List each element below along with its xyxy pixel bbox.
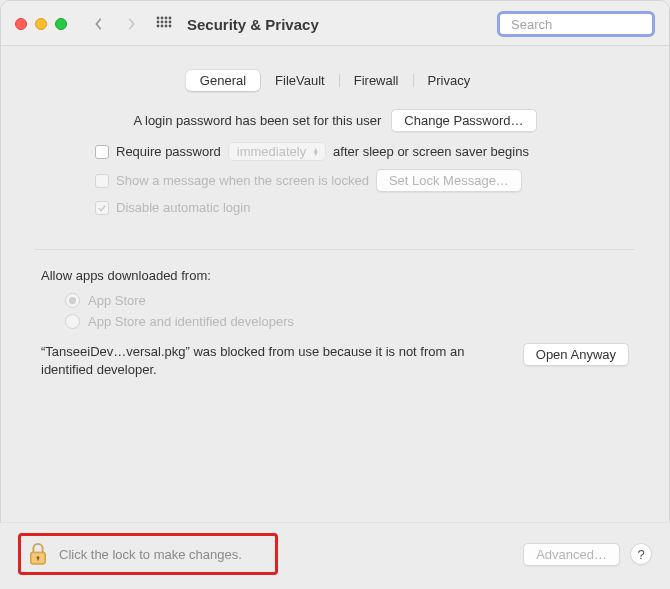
disable-auto-login-checkbox [95, 201, 109, 215]
require-password-delay-select: immediately ▲▼ [228, 142, 326, 161]
set-lock-message-button: Set Lock Message… [376, 169, 522, 192]
close-window-button[interactable] [15, 18, 27, 30]
tab-general[interactable]: General [186, 70, 260, 91]
advanced-button[interactable]: Advanced… [523, 543, 620, 566]
svg-rect-17 [37, 558, 38, 561]
svg-point-9 [161, 25, 164, 28]
svg-point-0 [157, 17, 160, 20]
content-area: General FileVault Firewall Privacy A log… [1, 46, 669, 516]
svg-point-2 [165, 17, 168, 20]
tab-filevault[interactable]: FileVault [261, 70, 339, 91]
require-password-checkbox[interactable] [95, 145, 109, 159]
require-password-label: Require password [116, 144, 221, 159]
blocked-app-message: “TanseeiDev…versal.pkg” was blocked from… [41, 343, 509, 378]
svg-point-7 [169, 21, 172, 24]
show-message-label: Show a message when the screen is locked [116, 173, 369, 188]
lock-icon[interactable] [27, 542, 49, 566]
title-bar: Security & Privacy [1, 1, 669, 46]
footer-bar: Click the lock to make changes. Advanced… [0, 522, 670, 589]
search-field[interactable] [497, 11, 655, 37]
require-password-delay-value: immediately [237, 144, 306, 159]
svg-point-10 [165, 25, 168, 28]
help-button[interactable]: ? [630, 543, 652, 565]
minimize-window-button[interactable] [35, 18, 47, 30]
show-all-icon[interactable] [155, 15, 173, 33]
change-password-button[interactable]: Change Password… [391, 109, 536, 132]
show-message-checkbox [95, 174, 109, 188]
tab-privacy[interactable]: Privacy [414, 70, 485, 91]
window-traffic-lights [15, 18, 67, 30]
window-title: Security & Privacy [187, 16, 319, 33]
forward-button[interactable] [119, 13, 143, 35]
svg-point-4 [157, 21, 160, 24]
back-button[interactable] [87, 13, 111, 35]
svg-point-5 [161, 21, 164, 24]
login-password-label: A login password has been set for this u… [133, 113, 381, 128]
svg-point-11 [169, 25, 172, 28]
allow-appstore-radio [65, 293, 80, 308]
svg-point-6 [165, 21, 168, 24]
svg-point-1 [161, 17, 164, 20]
chevron-updown-icon: ▲▼ [312, 148, 319, 156]
lock-highlight-box: Click the lock to make changes. [18, 533, 278, 575]
svg-point-8 [157, 25, 160, 28]
open-anyway-button[interactable]: Open Anyway [523, 343, 629, 366]
lock-text: Click the lock to make changes. [59, 547, 242, 562]
allow-appstore-identified-label: App Store and identified developers [88, 314, 294, 329]
zoom-window-button[interactable] [55, 18, 67, 30]
tab-firewall[interactable]: Firewall [340, 70, 413, 91]
allow-appstore-identified-radio [65, 314, 80, 329]
allow-apps-label: Allow apps downloaded from: [41, 268, 635, 283]
search-input[interactable] [511, 17, 670, 32]
allow-appstore-label: App Store [88, 293, 146, 308]
tab-segmented-control: General FileVault Firewall Privacy [186, 70, 484, 91]
svg-point-3 [169, 17, 172, 20]
check-icon [97, 203, 107, 213]
disable-auto-login-label: Disable automatic login [116, 200, 250, 215]
after-sleep-label: after sleep or screen saver begins [333, 144, 529, 159]
